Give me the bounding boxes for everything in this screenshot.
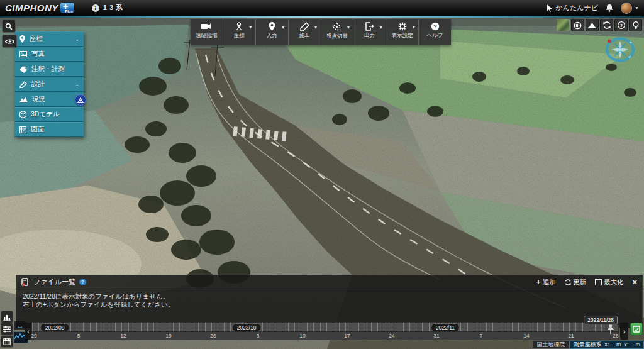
x-label: X: bbox=[604, 341, 609, 348]
toolbar-viewpoint[interactable]: ▼ 視点切替 bbox=[321, 19, 354, 45]
video-camera-icon bbox=[201, 22, 212, 31]
layer-item-photos[interactable]: 写真 bbox=[14, 47, 84, 62]
timeline-calendar-button[interactable] bbox=[630, 323, 643, 335]
search-button[interactable] bbox=[2, 19, 16, 33]
timeline-day-tick: 31 bbox=[433, 333, 439, 339]
refresh-icon bbox=[603, 21, 611, 29]
bar-chart-icon bbox=[3, 314, 11, 321]
coordinate-readout[interactable]: 測量座標系 X: - m Y: - m bbox=[569, 341, 644, 349]
quick-nav-button[interactable]: かんたんナビ bbox=[547, 3, 599, 13]
chevron-down-icon: ▼ bbox=[346, 25, 350, 30]
timeline-month-track[interactable]: 2022/09 2022/10 2022/11 bbox=[31, 322, 619, 331]
hint-button[interactable] bbox=[629, 19, 642, 31]
filter-tool-button[interactable] bbox=[1, 323, 13, 335]
timeline-day-tick: 3 bbox=[257, 333, 260, 339]
panel-help-icon[interactable]: ? bbox=[79, 279, 86, 285]
view-tool-icons: ? bbox=[557, 19, 642, 31]
basemap-toggle[interactable]: 国土地理院 bbox=[532, 341, 569, 349]
layer-item-drawings[interactable]: 図面 bbox=[14, 122, 84, 137]
terrain-button[interactable] bbox=[586, 19, 599, 31]
timeline-date-pin[interactable] bbox=[606, 324, 615, 335]
tin-triangle-icon bbox=[77, 97, 84, 103]
toolbar-help[interactable]: ? ヘルプ bbox=[419, 19, 451, 45]
sliders-icon bbox=[3, 326, 11, 333]
timeline-bar: 2022/09 2022/10 2022/11 29 5 12 19 26 3 … bbox=[31, 322, 619, 340]
chevron-down-icon: ⌄ bbox=[75, 82, 79, 87]
app-logo: CIMPHONY + Plus bbox=[5, 3, 74, 13]
layer-item-design[interactable]: 設計 ⌄ bbox=[14, 77, 84, 92]
compass-widget[interactable] bbox=[602, 35, 638, 64]
mountain-icon bbox=[19, 96, 28, 102]
timeline-day-tick: 14 bbox=[523, 333, 529, 339]
logo-plus-badge: + Plus bbox=[60, 3, 74, 13]
y-value: - bbox=[631, 341, 633, 348]
export-icon bbox=[365, 22, 374, 31]
user-menu[interactable]: ▼ bbox=[621, 3, 639, 14]
maximize-icon bbox=[595, 279, 602, 285]
timeline-scroll-right-button[interactable]: › bbox=[620, 323, 628, 340]
file-list-panel: 0 ファイル一覧 ? + 追加 更新 bbox=[16, 275, 643, 328]
ruler-icon bbox=[300, 22, 309, 31]
layer-item-current-terrain[interactable]: 現況 bbox=[14, 92, 84, 107]
timeline-scroll-left-button[interactable]: ‹ bbox=[25, 323, 31, 340]
layer-item-annotation-measure[interactable]: 注釈・計測 bbox=[14, 62, 84, 77]
timeline-day-tick: 24 bbox=[389, 333, 394, 339]
preview-waveform-icon bbox=[14, 332, 26, 341]
status-bar: 国土地理院 測量座標系 X: - m Y: - m bbox=[532, 341, 644, 349]
chart-tool-button[interactable] bbox=[1, 311, 13, 323]
toolbar-output[interactable]: ▼ 出力 bbox=[353, 19, 386, 45]
maximize-panel-button[interactable]: 最大化 bbox=[595, 278, 624, 287]
toolbar-display-settings[interactable]: ▼ 表示設定 bbox=[386, 19, 419, 45]
chevron-down-icon: ▼ bbox=[379, 25, 383, 30]
refresh-files-button[interactable]: 更新 bbox=[565, 278, 586, 287]
timeline-day-tick: 17 bbox=[344, 333, 350, 339]
quick-nav-label: かんたんナビ bbox=[556, 3, 599, 13]
help-corner-button[interactable]: ? bbox=[614, 19, 628, 31]
timeline-day-tick: 10 bbox=[299, 333, 305, 339]
timeline-month-label: 2022/11 bbox=[431, 323, 460, 332]
orbit-button[interactable] bbox=[571, 19, 584, 31]
timeline-day-tick: 21 bbox=[568, 333, 574, 339]
chevron-down-icon: ▼ bbox=[635, 6, 639, 10]
orbit-icon bbox=[574, 21, 582, 30]
refresh-button[interactable] bbox=[600, 19, 613, 31]
header-accent-strip bbox=[0, 16, 644, 18]
calendar-tool-button[interactable] bbox=[1, 335, 13, 348]
toolbar-remote-attendance[interactable]: 遠隔臨場 bbox=[191, 19, 223, 45]
timeline-day-tick: 19 bbox=[165, 333, 171, 339]
chevron-down-icon: ▼ bbox=[248, 25, 253, 30]
survey-marker-icon bbox=[235, 22, 243, 31]
layer-item-3d-model[interactable]: 3Dモデル bbox=[14, 107, 84, 122]
minimap-thumbnail[interactable] bbox=[557, 19, 570, 31]
timeline-day-track[interactable]: 29 5 12 19 26 3 10 17 24 31 7 14 21 28 bbox=[31, 331, 619, 340]
file-panel-title: ファイル一覧 bbox=[33, 277, 75, 287]
bell-icon[interactable] bbox=[606, 4, 613, 12]
toolbar-input[interactable]: ▼ 入力 bbox=[256, 19, 289, 45]
close-panel-button[interactable]: × bbox=[632, 277, 637, 287]
timeline-month-label: 2022/09 bbox=[40, 323, 70, 332]
file-panel-header: 0 ファイル一覧 ? + 追加 更新 bbox=[16, 275, 642, 289]
tin-layer-badge[interactable] bbox=[75, 94, 86, 106]
photo-icon bbox=[19, 51, 27, 57]
add-file-button[interactable]: + 追加 bbox=[536, 278, 556, 287]
visibility-button[interactable] bbox=[2, 35, 17, 48]
pin-icon bbox=[19, 35, 25, 43]
empty-message-line1: 2022/11/28に表示対象のファイルはありません。 bbox=[23, 292, 636, 301]
app-window: CIMPHONY + Plus i 13系 かんたんナビ ▼ bbox=[0, 0, 644, 349]
mountain-icon bbox=[588, 22, 596, 28]
viewer-toolbar: 遠隔臨場 ▼ 座標 ▼ 入力 ▼ bbox=[191, 19, 451, 45]
toolbar-coordinates[interactable]: ▼ 座標 bbox=[223, 19, 256, 45]
timeline-expand-button[interactable]: ↔ bbox=[14, 321, 26, 330]
calendar-check-icon bbox=[633, 325, 640, 333]
chevron-down-icon: ▼ bbox=[314, 25, 318, 30]
pin-icon bbox=[269, 22, 275, 31]
layer-item-coordinates[interactable]: 座標 ⌄ bbox=[14, 31, 84, 47]
selected-date-tooltip: 2022/11/28 bbox=[584, 316, 618, 324]
y-unit: m bbox=[636, 341, 641, 348]
search-icon bbox=[5, 23, 13, 30]
x-unit: m bbox=[616, 341, 621, 348]
chevron-down-icon: ▼ bbox=[411, 25, 416, 30]
toolbar-construction[interactable]: ▼ 施工 bbox=[289, 19, 321, 45]
chevron-down-icon: ⌄ bbox=[75, 36, 79, 42]
help-icon: ? bbox=[431, 22, 440, 31]
